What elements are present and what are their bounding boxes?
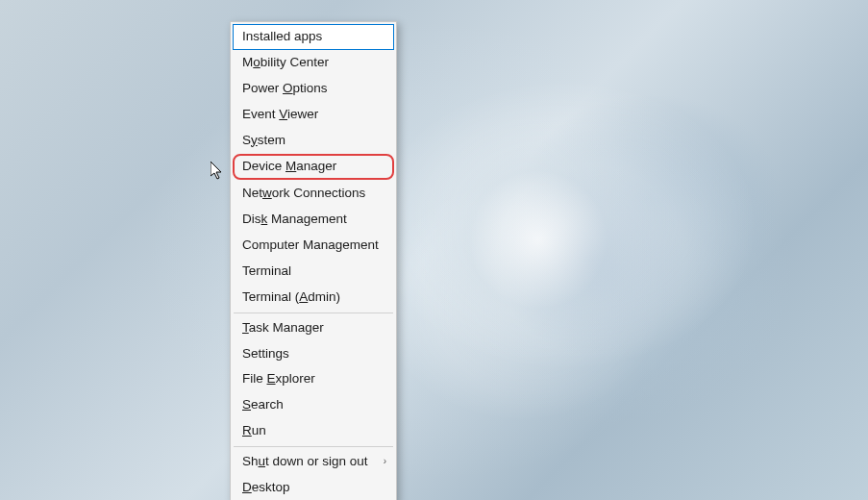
- menu-item-run[interactable]: Run: [233, 418, 394, 444]
- menu-separator: [234, 446, 393, 447]
- chevron-right-icon: ›: [384, 456, 386, 468]
- winx-context-menu: Installed appsMobility CenterPower Optio…: [230, 21, 397, 500]
- menu-item-task-manager[interactable]: Task Manager: [233, 315, 394, 341]
- menu-item-system[interactable]: System: [233, 128, 394, 154]
- desktop-wallpaper: [0, 0, 868, 500]
- menu-item-installed-apps[interactable]: Installed apps: [233, 24, 394, 50]
- menu-item-disk-management[interactable]: Disk Management: [233, 207, 394, 233]
- menu-item-desktop[interactable]: Desktop: [233, 475, 394, 500]
- menu-separator: [234, 312, 393, 313]
- menu-item-mobility-center[interactable]: Mobility Center: [233, 50, 394, 76]
- menu-item-shut-down-or-sign-out[interactable]: Shut down or sign out›: [233, 449, 394, 475]
- menu-item-power-options[interactable]: Power Options: [233, 76, 394, 102]
- menu-item-search[interactable]: Search: [233, 392, 394, 418]
- menu-item-network-connections[interactable]: Network Connections: [233, 181, 394, 207]
- menu-item-computer-management[interactable]: Computer Management: [233, 233, 394, 259]
- menu-item-event-viewer[interactable]: Event Viewer: [233, 102, 394, 128]
- menu-item-device-manager[interactable]: Device Manager: [233, 154, 394, 180]
- menu-item-terminal[interactable]: Terminal: [233, 259, 394, 285]
- menu-item-settings[interactable]: Settings: [233, 341, 394, 367]
- menu-item-terminal-admin[interactable]: Terminal (Admin): [233, 285, 394, 311]
- menu-item-file-explorer[interactable]: File Explorer: [233, 366, 394, 392]
